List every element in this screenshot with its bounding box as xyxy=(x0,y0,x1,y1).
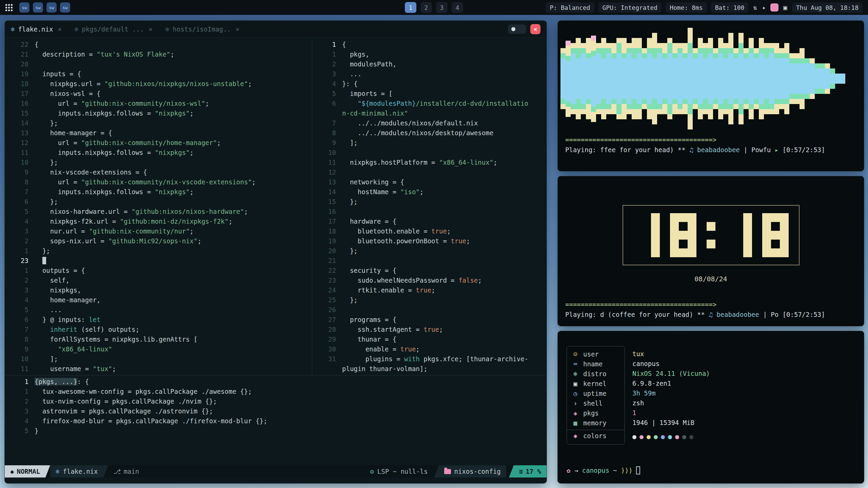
code-line[interactable]: 1 pkgs, xyxy=(312,49,547,59)
pane-pkgs-default[interactable]: 1{pkgs, ...}: {1 tux-awesome-wm-config =… xyxy=(5,375,547,466)
code-line[interactable]: 3 ... xyxy=(312,69,547,79)
close-tab-icon[interactable]: × xyxy=(236,25,239,33)
pane-flake-nix[interactable]: 22{21 description = "tux's NixOS Flake";… xyxy=(5,38,312,375)
code-line[interactable]: 10 ]; xyxy=(5,354,312,364)
color-picker-icon[interactable] xyxy=(770,3,778,12)
code-line[interactable]: 8 url = "github:nix-community/nix-vscode… xyxy=(5,177,312,187)
code-line[interactable]: 26 xyxy=(312,305,547,315)
code-line[interactable]: 7 inherit (self) outputs; xyxy=(5,325,312,334)
code-line[interactable]: 4 firefox-mod-blur = pkgs.callPackage ./… xyxy=(5,416,547,426)
code-line[interactable]: 4}: { xyxy=(312,79,547,89)
code-line[interactable]: 29 thunar = { xyxy=(312,334,547,344)
code-line[interactable]: 2 sops-nix.url = "github:Mic92/sops-nix"… xyxy=(5,236,312,246)
pane-iso-image[interactable]: 1{1 pkgs,2 modulesPath,3 ...4}: {5 impor… xyxy=(312,38,547,375)
code-line[interactable]: 2 tux-nvim-config = pkgs.callPackage ./n… xyxy=(5,396,547,406)
code-line[interactable]: 20 }; xyxy=(312,246,547,256)
code-line[interactable]: 9 nix-vscode-extensions = { xyxy=(5,167,312,177)
code-line[interactable]: 30 enable = true; xyxy=(312,344,547,354)
code-line[interactable]: 23 sudo.wheelNeedsPassword = false; xyxy=(312,276,547,285)
code-line[interactable]: 1 tux-awesome-wm-config = pkgs.callPacka… xyxy=(5,387,547,396)
code-line[interactable]: plugin thunar-volman]; xyxy=(312,364,547,374)
app-icon[interactable]: sw xyxy=(33,2,43,13)
code-line[interactable]: 21 xyxy=(312,256,547,266)
code-line[interactable]: 11 inputs.nixpkgs.follows = "nixpkgs"; xyxy=(5,148,312,158)
code-line[interactable]: 12 url = "github:nix-community/home-mana… xyxy=(5,138,312,148)
code-line[interactable]: 16 xyxy=(312,207,547,217)
code-line[interactable]: 25 }; xyxy=(312,295,547,305)
code-line[interactable]: 22{ xyxy=(5,40,312,49)
code-line[interactable]: 14 }; xyxy=(5,118,312,128)
code-line[interactable]: 18 nixpkgs.url = "github:nixos/nixpkgs/n… xyxy=(5,79,312,89)
display-icon[interactable]: ▣ xyxy=(783,4,787,11)
code-line[interactable]: 14 hostName = "iso"; xyxy=(312,187,547,197)
toggle-pill[interactable] xyxy=(508,24,526,34)
code-line[interactable]: 27 programs = { xyxy=(312,315,547,325)
code-line[interactable]: 3 nur.url = "github:nix-community/nur"; xyxy=(5,226,312,236)
code-line[interactable]: 10 xyxy=(312,148,547,158)
code-line[interactable]: 9 "x86_64-linux" xyxy=(5,344,312,354)
code-line[interactable]: 6 } @ inputs: let xyxy=(5,315,312,325)
code-line[interactable]: 1{ xyxy=(312,40,547,49)
close-window-button[interactable]: × xyxy=(530,24,540,34)
command-line[interactable] xyxy=(5,477,547,483)
code-line[interactable]: 1 outputs = { xyxy=(5,266,312,276)
close-tab-icon[interactable]: × xyxy=(58,25,61,33)
app-icon[interactable]: sw xyxy=(46,2,57,13)
code-line[interactable]: 17 hardware = { xyxy=(312,217,547,226)
workspace-tag-2[interactable]: 2 xyxy=(420,2,432,13)
tab-hosts-isoimag-[interactable]: ❄hosts/isoImag..× xyxy=(165,25,240,33)
code-line[interactable]: 23 xyxy=(5,256,312,266)
code-line[interactable]: 11 nixpkgs.hostPlatform = "x86_64-linux"… xyxy=(312,158,547,167)
code-line[interactable]: 1 }; xyxy=(5,246,312,256)
code-line[interactable]: 5} xyxy=(5,426,547,436)
code-line[interactable]: 13 home-manager = { xyxy=(5,128,312,138)
code-line[interactable]: 4 home-manager, xyxy=(5,295,312,305)
code-line[interactable]: 20 xyxy=(5,59,312,69)
code-line[interactable]: 9 ]; xyxy=(312,138,547,148)
code-line[interactable]: 7 ../../modules/nixos/default.nix xyxy=(312,118,547,128)
code-line[interactable]: 8 ../../modules/nixos/desktop/awesome xyxy=(312,128,547,138)
tab-flake-nix[interactable]: ❄flake.nix× xyxy=(11,25,62,33)
code-line[interactable]: 7 inputs.nixpkgs.follows = "nixpkgs"; xyxy=(5,187,312,197)
app-icon[interactable]: sw xyxy=(60,2,70,13)
code-line[interactable]: 16 url = "github:nix-community/nixos-wsl… xyxy=(5,99,312,108)
shield-icon[interactable]: ✦ xyxy=(762,4,766,11)
shell-prompt[interactable]: ✿ → canopus ~ ))) xyxy=(567,466,640,474)
tab-pkgs-default-[interactable]: ❄pkgs/default ...× xyxy=(75,25,153,33)
workspace-tag-1[interactable]: 1 xyxy=(405,2,416,13)
code-line[interactable]: 5 ... xyxy=(5,305,312,315)
launcher-grid-icon[interactable] xyxy=(5,4,13,11)
code-line[interactable]: 3 astronvim = pkgs.callPackage ./astronv… xyxy=(5,406,547,416)
code-line[interactable]: 28 ssh.startAgent = true; xyxy=(312,325,547,334)
code-line[interactable]: n-cd-minimal.nix" xyxy=(312,108,547,118)
code-line[interactable]: 22 security = { xyxy=(312,266,547,276)
code-line[interactable]: 2 self, xyxy=(5,276,312,285)
code-line[interactable]: 10 }; xyxy=(5,158,312,167)
code-line[interactable]: 13 networking = { xyxy=(312,177,547,187)
app-icon[interactable]: sw xyxy=(19,2,29,13)
code-line[interactable]: 18 bluetooth.enable = true; xyxy=(312,226,547,236)
code-line[interactable]: 5 nixos-hardware.url = "github:nixos/nix… xyxy=(5,207,312,217)
workspace-tag-4[interactable]: 4 xyxy=(452,2,463,13)
close-tab-icon[interactable]: × xyxy=(149,25,152,33)
code-line[interactable]: 4 nixpkgs-f2k.url = "github:moni-dz/nixp… xyxy=(5,217,312,226)
code-line[interactable]: 2 modulesPath, xyxy=(312,59,547,69)
network-icon[interactable]: ⇅ xyxy=(753,4,757,11)
code-line[interactable]: 3 nixpkgs, xyxy=(5,285,312,295)
code-line[interactable]: 6 }; xyxy=(5,197,312,207)
code-line[interactable]: 24 rtkit.enable = true; xyxy=(312,285,547,295)
code-line[interactable]: 6 "${modulesPath}/installer/cd-dvd/insta… xyxy=(312,99,547,108)
code-line[interactable]: 8 forAllSystems = nixpkgs.lib.genAttrs [ xyxy=(5,334,312,344)
code-line[interactable]: 21 description = "tux's NixOS Flake"; xyxy=(5,49,312,59)
workspace-tag-3[interactable]: 3 xyxy=(436,2,448,13)
code-line[interactable]: 15 inputs.nixpkgs.follows = "nixpkgs"; xyxy=(5,108,312,118)
code-line[interactable]: 1{pkgs, ...}: { xyxy=(5,377,547,387)
code-line[interactable]: 11 username = "tux"; xyxy=(5,364,312,374)
code-line[interactable]: 17 nixos-wsl = { xyxy=(5,89,312,99)
code-line[interactable]: 19 inputs = { xyxy=(5,69,312,79)
code-line[interactable]: 31 plugins = with pkgs.xfce; [thunar-arc… xyxy=(312,354,547,364)
code-line[interactable]: 15 }; xyxy=(312,197,547,207)
code-line[interactable]: 19 bluetooth.powerOnBoot = true; xyxy=(312,236,547,246)
code-line[interactable]: 5 imports = [ xyxy=(312,89,547,99)
code-line[interactable]: 12 xyxy=(312,167,547,177)
